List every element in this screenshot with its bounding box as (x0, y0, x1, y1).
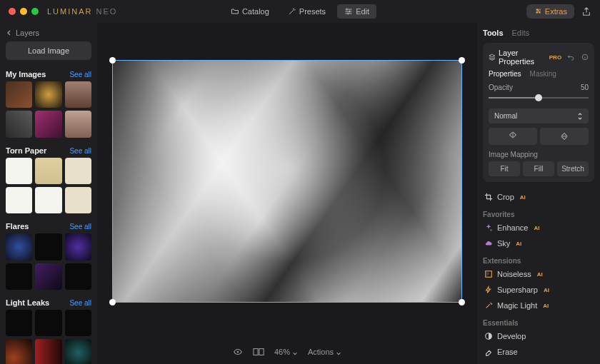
thumb[interactable] (35, 339, 61, 364)
resize-handle-tr[interactable] (459, 57, 465, 64)
thumb[interactable] (35, 263, 61, 290)
thumb[interactable] (65, 81, 91, 108)
tab-edit[interactable]: Edit (337, 4, 376, 19)
undo-icon[interactable] (567, 53, 574, 61)
thumb[interactable] (6, 233, 32, 260)
thumb[interactable] (6, 310, 32, 336)
subtab-properties[interactable]: Properties (489, 70, 521, 78)
zoom-dropdown[interactable]: 46% (274, 348, 298, 356)
opacity-slider[interactable] (489, 93, 589, 103)
thumb[interactable] (35, 233, 61, 260)
eye-icon[interactable] (233, 347, 243, 357)
extras-button[interactable]: Extras (526, 4, 574, 19)
info-icon[interactable] (581, 53, 589, 61)
see-all-my-images[interactable]: See all (69, 71, 91, 79)
tab-presets[interactable]: Presets (281, 4, 333, 19)
opacity-value: 50 (581, 84, 589, 91)
thumb[interactable] (6, 263, 32, 290)
thumb[interactable] (6, 111, 32, 137)
tool-erase[interactable]: Erase (483, 344, 594, 360)
chevron-down-icon (292, 349, 298, 355)
tool-noiseless[interactable]: NoiselessAI (483, 266, 594, 282)
thumb[interactable] (35, 111, 61, 137)
flip-v-icon (561, 131, 568, 141)
thumb[interactable] (6, 339, 32, 364)
tab-catalog[interactable]: Catalog (224, 4, 276, 19)
layers-header[interactable]: Layers (6, 29, 91, 37)
sliders-icon (344, 7, 353, 16)
tool-supersharp[interactable]: SupersharpAI (483, 282, 594, 298)
thumb[interactable] (65, 111, 91, 137)
thumb[interactable] (65, 310, 91, 336)
close-window-icon[interactable] (9, 8, 16, 15)
tool-enhance[interactable]: EnhanceAI (483, 220, 594, 236)
chevron-left-icon (6, 29, 13, 36)
flip-horizontal-button[interactable] (489, 128, 537, 145)
thumb[interactable] (35, 158, 61, 184)
titlebar: LUMINAR NEO Catalog Presets Edit Extras (0, 0, 600, 23)
section-favorites: Favorites (483, 211, 594, 218)
thumb[interactable] (65, 233, 91, 260)
fullscreen-window-icon[interactable] (31, 8, 39, 15)
supersharp-icon (484, 285, 493, 294)
blend-mode-value: Normal (494, 112, 517, 120)
tool-crop[interactable]: CropAI (483, 189, 594, 205)
flip-h-icon (508, 131, 518, 138)
right-panel: Tools Edits Layer Properties PRO Propert… (477, 23, 600, 364)
thumb[interactable] (65, 187, 91, 213)
crop-icon (484, 193, 493, 201)
selection-box[interactable] (112, 60, 462, 303)
fill-button[interactable]: Fill (523, 161, 554, 176)
layers-title: Layers (16, 29, 39, 37)
tool-structure[interactable]: StructureAI (483, 360, 594, 364)
stretch-button[interactable]: Stretch (557, 161, 589, 176)
thumb[interactable] (6, 81, 32, 108)
tool-magic-light[interactable]: Magic LightAI (483, 298, 594, 313)
svg-rect-1 (254, 349, 258, 355)
minimize-window-icon[interactable] (20, 8, 27, 15)
thumb[interactable] (65, 263, 91, 290)
layers-icon (489, 53, 496, 61)
blend-mode-dropdown[interactable]: Normal (489, 108, 589, 123)
tab-edits[interactable]: Edits (512, 29, 529, 37)
thumb[interactable] (35, 187, 61, 213)
thumb[interactable] (65, 158, 91, 184)
right-tabs: Tools Edits (483, 29, 594, 37)
section-extensions: Extensions (483, 257, 594, 265)
resize-handle-br[interactable] (459, 299, 465, 305)
app-brand: LUMINAR NEO (47, 7, 117, 16)
puzzle-icon (534, 7, 542, 16)
resize-handle-bl[interactable] (109, 299, 116, 305)
erase-icon (484, 348, 493, 356)
thumbs-flares (6, 233, 91, 290)
cat-flares: Flares (6, 222, 29, 231)
cat-light-leaks: Light Leaks (6, 298, 49, 307)
image-mapping-label: Image Mapping (489, 151, 589, 158)
flip-vertical-button[interactable] (540, 128, 589, 145)
thumb[interactable] (6, 158, 32, 184)
load-image-button[interactable]: Load Image (6, 41, 91, 60)
subtab-masking[interactable]: Masking (530, 70, 556, 78)
thumbs-torn-paper (6, 158, 91, 214)
thumb[interactable] (65, 339, 91, 364)
chevron-down-icon (336, 349, 341, 355)
compare-icon[interactable] (253, 348, 264, 356)
tool-sky[interactable]: SkyAI (483, 236, 594, 251)
see-all-torn-paper[interactable]: See all (69, 147, 91, 155)
thumb[interactable] (35, 81, 61, 108)
section-essentials: Essentials (483, 319, 594, 327)
resize-handle-tl[interactable] (109, 57, 116, 64)
actions-dropdown[interactable]: Actions (308, 348, 341, 356)
share-icon[interactable] (581, 6, 591, 16)
window-controls (9, 8, 39, 15)
see-all-flares[interactable]: See all (69, 223, 91, 231)
tool-develop[interactable]: Develop (483, 328, 594, 344)
canvas[interactable] (112, 60, 462, 303)
tab-tools[interactable]: Tools (483, 29, 504, 37)
thumb[interactable] (35, 310, 61, 336)
fit-button[interactable]: Fit (489, 161, 520, 176)
thumbs-light-leaks (6, 310, 91, 364)
magic-light-icon (484, 301, 493, 310)
see-all-light-leaks[interactable]: See all (69, 299, 91, 307)
thumb[interactable] (6, 187, 32, 213)
